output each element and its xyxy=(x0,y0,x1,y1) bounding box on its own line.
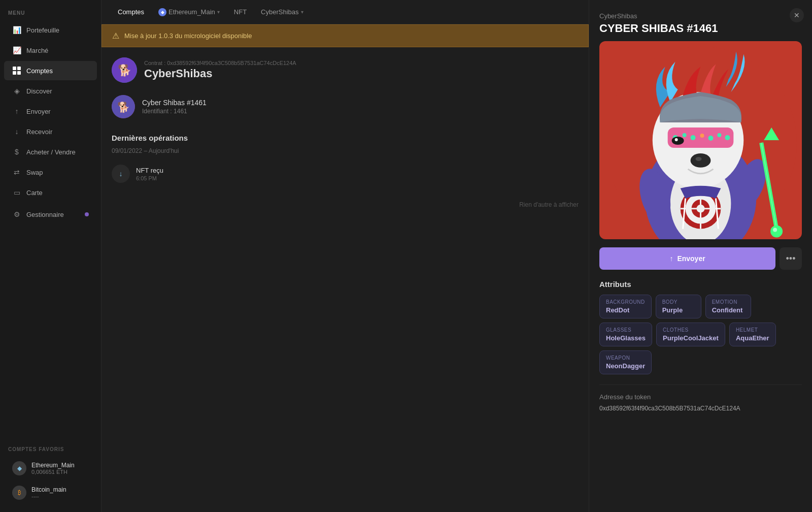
sidebar-item-comptes[interactable]: Comptes xyxy=(4,61,97,80)
favorites-label: COMPTES FAVORIS xyxy=(0,436,101,456)
marche-icon: 📈 xyxy=(12,46,21,55)
panel-collection: CyberShibas xyxy=(599,12,802,20)
more-button[interactable]: ••• xyxy=(780,247,802,270)
portefeuille-icon: 📊 xyxy=(12,25,21,35)
more-icon: ••• xyxy=(786,253,796,264)
update-banner: ⚠ Mise à jour 1.0.3 du micrologiciel dis… xyxy=(101,24,589,47)
envoyer-icon: ↑ xyxy=(12,107,21,116)
nft-id: Identifiant : 1461 xyxy=(142,108,207,115)
eth-nav-dot: ◆ xyxy=(158,8,166,16)
svg-point-21 xyxy=(691,135,696,140)
nft-name: Cyber Shibas #1461 xyxy=(142,99,207,107)
sidebar-item-recevoir[interactable]: ↓ Recevoir xyxy=(4,122,97,141)
svg-point-28 xyxy=(691,153,711,168)
attr-clothes-type: CLOTHES xyxy=(663,327,719,333)
nothing-more-text: Rien d'autre à afficher xyxy=(101,196,589,213)
top-nav: Comptes ◆ Ethereum_Main ▾ NFT CyberShiba… xyxy=(101,0,589,24)
sidebar-item-acheter-vendre[interactable]: $ Acheter / Vendre xyxy=(4,142,97,162)
right-panel: ✕ CyberShibas CYBER SHIBAS #1461 xyxy=(589,0,812,512)
send-button[interactable]: ↑ Envoyer xyxy=(599,247,775,270)
nav-ethereum-main[interactable]: ◆ Ethereum_Main ▾ xyxy=(152,5,226,19)
attr-emotion-value: Confident xyxy=(712,306,745,314)
attr-helmet: HELMET AquaEther xyxy=(729,323,776,346)
svg-rect-3 xyxy=(17,71,21,75)
token-address-title: Adresse du token xyxy=(599,393,802,401)
recevoir-icon: ↓ xyxy=(12,127,21,136)
menu-label: MENU xyxy=(0,0,101,20)
attr-body: BODY Purple xyxy=(656,295,701,318)
sidebar-item-swap[interactable]: ⇄ Swap xyxy=(4,163,97,182)
contract-avatar: 🐕 xyxy=(112,57,137,83)
sidebar-account-bitcoin[interactable]: ₿ Bitcoin_main ---- xyxy=(4,482,97,504)
btc-account-balance: ---- xyxy=(31,493,89,499)
svg-point-23 xyxy=(708,136,713,141)
token-address-value: 0xd38592f63f4f90ca3C508b5B7531aC74cDcE12… xyxy=(599,404,802,413)
attr-glasses: GLASSES HoleGlasses xyxy=(599,323,652,346)
sidebar: MENU 📊 Portefeuille 📈 Marché Comptes ◈ D… xyxy=(0,0,101,512)
eth-account-icon: ◆ xyxy=(12,461,26,475)
tx-name: NFT reçu xyxy=(136,167,163,174)
token-address-section: Adresse du token 0xd38592f63f4f90ca3C508… xyxy=(589,385,812,423)
sidebar-item-discover[interactable]: ◈ Discover xyxy=(4,81,97,101)
nav-nft[interactable]: NFT xyxy=(228,5,253,19)
operations-section: Dernières opérations 09/01/2022 – Aujour… xyxy=(101,125,589,196)
sidebar-item-envoyer[interactable]: ↑ Envoyer xyxy=(4,102,97,121)
attributes-section: Attributs BACKGROUND RedDot BODY Purple … xyxy=(589,280,812,385)
discover-icon: ◈ xyxy=(12,86,21,95)
gestionnaire-icon: ⚙ xyxy=(12,210,21,219)
contract-address: Contrat : 0xd38592f63f4f90ca3C508b5B7531… xyxy=(144,60,296,66)
attributes-title: Attributs xyxy=(599,280,802,289)
gestionnaire-dot xyxy=(85,212,89,216)
attr-background: BACKGROUND RedDot xyxy=(599,295,652,318)
chevron-down-icon-2: ▾ xyxy=(301,9,303,15)
eth-account-name: Ethereum_Main xyxy=(31,462,89,469)
nft-item-avatar: 🐕 xyxy=(112,95,135,118)
btc-account-name: Bitcoin_main xyxy=(31,486,89,493)
sidebar-item-portefeuille[interactable]: 📊 Portefeuille xyxy=(4,20,97,40)
nav-cybershibas[interactable]: CyberShibas ▾ xyxy=(255,5,309,19)
attr-glasses-value: HoleGlasses xyxy=(606,334,646,342)
svg-point-22 xyxy=(700,134,704,138)
svg-point-20 xyxy=(683,133,687,137)
banner-text: Mise à jour 1.0.3 du micrologiciel dispo… xyxy=(124,32,252,40)
attr-helmet-type: HELMET xyxy=(736,327,769,333)
nft-list-item[interactable]: 🐕 Cyber Shibas #1461 Identifiant : 1461 xyxy=(101,88,589,125)
svg-point-25 xyxy=(725,135,730,140)
close-button[interactable]: ✕ xyxy=(790,8,804,22)
sidebar-item-carte[interactable]: ▭ Carte xyxy=(4,183,97,202)
contract-name: CyberShibas xyxy=(144,67,296,80)
attr-background-type: BACKGROUND xyxy=(606,299,645,305)
panel-title: CYBER SHIBAS #1461 xyxy=(599,22,802,35)
sidebar-account-ethereum[interactable]: ◆ Ethereum_Main 0,006651 ETH xyxy=(4,457,97,479)
date-divider: 09/01/2022 – Aujourd'hui xyxy=(112,147,579,154)
attr-weapon-value: NeonDagger xyxy=(606,362,645,370)
attr-clothes-value: PurpleCoolJacket xyxy=(663,334,719,342)
nav-comptes[interactable]: Comptes xyxy=(112,5,150,19)
btc-account-icon: ₿ xyxy=(12,486,26,500)
panel-header: CyberShibas CYBER SHIBAS #1461 xyxy=(589,0,812,41)
page-body: ⚠ Mise à jour 1.0.3 du micrologiciel dis… xyxy=(101,24,589,512)
svg-rect-0 xyxy=(13,67,16,70)
comptes-icon xyxy=(12,66,21,75)
transaction-item[interactable]: ↓ NFT reçu 6:05 PM xyxy=(112,159,579,188)
attr-emotion-type: EMOTION xyxy=(712,299,745,305)
contract-header: 🐕 Contrat : 0xd38592f63f4f90ca3C508b5B75… xyxy=(101,47,589,88)
svg-point-36 xyxy=(773,228,777,232)
sidebar-item-gestionnaire[interactable]: ⚙ Gestionnaire xyxy=(4,205,97,224)
svg-point-26 xyxy=(672,137,684,145)
action-buttons: ↑ Envoyer ••• xyxy=(589,247,812,280)
svg-point-29 xyxy=(696,157,702,161)
svg-point-24 xyxy=(717,133,721,137)
tx-receive-icon: ↓ xyxy=(112,165,130,183)
svg-point-35 xyxy=(770,226,783,238)
attr-background-value: RedDot xyxy=(606,306,645,314)
attr-body-value: Purple xyxy=(662,306,695,314)
svg-rect-2 xyxy=(13,71,16,75)
sidebar-item-marche[interactable]: 📈 Marché xyxy=(4,41,97,60)
tx-time: 6:05 PM xyxy=(136,175,163,181)
svg-text:🐕: 🐕 xyxy=(118,63,132,77)
main-content: Comptes ◆ Ethereum_Main ▾ NFT CyberShiba… xyxy=(101,0,589,512)
chevron-down-icon: ▾ xyxy=(217,9,220,15)
svg-rect-1 xyxy=(17,67,21,70)
eth-account-balance: 0,006651 ETH xyxy=(31,469,89,475)
